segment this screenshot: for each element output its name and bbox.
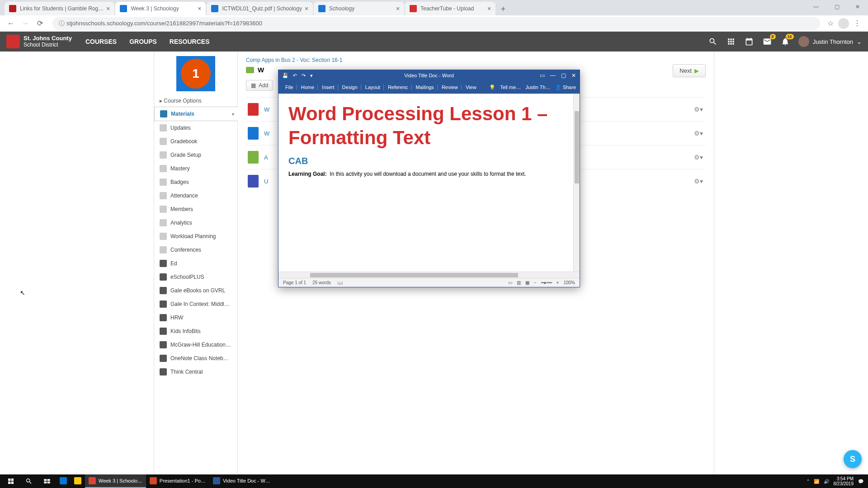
minimize-icon[interactable]: ― bbox=[550, 72, 556, 79]
add-materials-button[interactable]: ▦ Add bbox=[246, 80, 273, 91]
reload-button[interactable]: ⟳ bbox=[33, 17, 46, 30]
sidebar-item-gradebook[interactable]: Gradebook bbox=[154, 135, 237, 148]
sidebar-item-hrw[interactable]: HRW bbox=[154, 311, 237, 324]
volume-icon[interactable]: 🔊 bbox=[824, 479, 829, 484]
zoom-slider[interactable]: ━●━━ bbox=[541, 280, 552, 285]
next-button[interactable]: Next ▶ bbox=[673, 64, 706, 77]
taskbar-clock[interactable]: 3:54 PM 8/23/2019 bbox=[834, 476, 854, 486]
mail-icon[interactable]: 8 bbox=[762, 37, 772, 47]
sidebar-item-gradesetup[interactable]: Grade Setup bbox=[154, 148, 237, 162]
apps-icon[interactable] bbox=[726, 37, 736, 47]
forward-button[interactable]: → bbox=[19, 17, 32, 30]
browser-tab[interactable]: Links for Students | Gamble Rog… × bbox=[5, 2, 114, 15]
ribbon-tab-file[interactable]: File bbox=[282, 84, 297, 90]
nav-resources[interactable]: RESOURCES bbox=[170, 38, 210, 45]
sidebar-item-gale-ebooks[interactable]: Gale eBooks on GVRL bbox=[154, 284, 237, 297]
back-button[interactable]: ← bbox=[5, 17, 17, 30]
sidebar-item-updates[interactable]: Updates bbox=[154, 121, 237, 135]
zoom-out-icon[interactable]: − bbox=[534, 280, 537, 285]
taskbar-app-explorer[interactable] bbox=[71, 474, 85, 488]
calendar-icon[interactable] bbox=[744, 37, 754, 47]
word-user[interactable]: Justin Th… bbox=[525, 84, 550, 90]
web-layout-icon[interactable]: ▦ bbox=[525, 280, 529, 285]
close-icon[interactable]: × bbox=[305, 5, 308, 12]
close-icon[interactable]: × bbox=[396, 5, 400, 12]
ribbon-tab-design[interactable]: Design bbox=[339, 84, 361, 90]
taskbar-app-powerpoint[interactable]: Presentation1 - Po… bbox=[146, 474, 209, 488]
sidebar-item-kids-infobits[interactable]: Kids InfoBits bbox=[154, 324, 237, 338]
chrome-menu-icon[interactable]: ⋮ bbox=[854, 19, 861, 28]
gear-icon[interactable]: ⚙▾ bbox=[694, 106, 703, 113]
browser-tab[interactable]: TeacherTube - Upload × bbox=[405, 2, 495, 15]
profile-button[interactable] bbox=[838, 18, 849, 29]
sidebar-item-ed[interactable]: Ed bbox=[154, 257, 237, 270]
ribbon-tab-review[interactable]: Review bbox=[439, 84, 462, 90]
support-chat-button[interactable]: S bbox=[844, 450, 862, 468]
gear-icon[interactable]: ⚙▾ bbox=[694, 154, 703, 161]
browser-tab[interactable]: Schoology × bbox=[314, 2, 404, 15]
sidebar-item-mastery[interactable]: Mastery bbox=[154, 162, 237, 175]
word-document-area[interactable]: Word Processing Lesson 1 – Formatting Te… bbox=[278, 94, 580, 272]
sidebar-item-badges[interactable]: Badges bbox=[154, 175, 237, 189]
ribbon-display-icon[interactable]: ▭ bbox=[540, 72, 545, 79]
browser-tab[interactable]: Week 3 | Schoology × bbox=[115, 2, 206, 15]
close-icon[interactable]: × bbox=[198, 5, 201, 12]
sidebar-item-attendance[interactable]: Attendance bbox=[154, 189, 237, 202]
ribbon-tab-home[interactable]: Home bbox=[298, 84, 318, 90]
gear-icon[interactable]: ⚙▾ bbox=[694, 130, 703, 137]
taskbar-app-edge[interactable] bbox=[56, 474, 71, 488]
word-titlebar[interactable]: 💾 ↶ ↷ ▾ Video Title Doc - Word ▭ ― ▢ ✕ bbox=[278, 70, 580, 81]
sidebar-item-members[interactable]: Members bbox=[154, 202, 237, 216]
taskbar-app-chrome[interactable]: Week 3 | Schoolo… bbox=[85, 474, 146, 488]
sidebar-item-onenote[interactable]: OneNote Class Noteb… bbox=[154, 352, 237, 365]
sidebar-item-workload[interactable]: Workload Planning bbox=[154, 230, 237, 243]
browser-tab[interactable]: ICTWDL01_Quiz.pdf | Schoology × bbox=[207, 2, 313, 15]
breadcrumb[interactable]: Comp Apps in Bus 2 - Voc: Section 16-1 bbox=[246, 57, 706, 63]
sidebar-item-materials[interactable]: Materials bbox=[154, 107, 238, 121]
gear-icon[interactable]: ⚙▾ bbox=[694, 178, 703, 185]
sidebar-item-eschoolplus[interactable]: eSchoolPLUS bbox=[154, 270, 237, 284]
course-options[interactable]: ▸ Course Options bbox=[154, 95, 237, 107]
tray-expand-icon[interactable]: ˄ bbox=[807, 479, 809, 484]
district-logo[interactable]: St. Johns County School District bbox=[6, 35, 72, 48]
redo-icon[interactable]: ↷ bbox=[302, 73, 306, 79]
address-bar[interactable]: ⓘ stjohnsschools.schoology.com/course/21… bbox=[52, 17, 820, 30]
course-badge[interactable]: 1 bbox=[176, 56, 215, 91]
ribbon-tab-mailings[interactable]: Mailings bbox=[413, 84, 438, 90]
share-button[interactable]: 👤 Share bbox=[555, 84, 576, 90]
task-view-button[interactable] bbox=[38, 474, 56, 488]
bookmark-icon[interactable]: ☆ bbox=[827, 19, 834, 28]
wifi-icon[interactable]: 📶 bbox=[814, 479, 819, 484]
taskbar-app-word[interactable]: Video Title Doc - W… bbox=[209, 474, 274, 488]
spellcheck-icon[interactable]: 📖 bbox=[337, 280, 343, 285]
new-tab-button[interactable]: + bbox=[496, 3, 510, 15]
sidebar-item-gale-context[interactable]: Gale In Context: Middl… bbox=[154, 297, 237, 311]
read-mode-icon[interactable]: ▭ bbox=[508, 280, 512, 285]
zoom-level[interactable]: 100% bbox=[563, 280, 575, 285]
horizontal-scrollbar[interactable] bbox=[278, 272, 580, 278]
bell-icon[interactable]: 16 bbox=[780, 37, 790, 47]
zoom-in-icon[interactable]: + bbox=[557, 280, 559, 285]
word-count[interactable]: 25 words bbox=[312, 280, 331, 285]
close-icon[interactable]: × bbox=[487, 5, 491, 12]
user-menu[interactable]: Justin Thornton ⌄ bbox=[798, 36, 862, 47]
sidebar-item-analytics[interactable]: Analytics bbox=[154, 216, 237, 230]
tell-me[interactable]: Tell me… bbox=[500, 84, 521, 90]
ribbon-tab-layout[interactable]: Layout bbox=[362, 84, 384, 90]
close-icon[interactable]: ✕ bbox=[571, 72, 576, 79]
sidebar-item-thinkcentral[interactable]: Think Central bbox=[154, 365, 237, 379]
close-icon[interactable]: × bbox=[106, 5, 110, 12]
maximize-icon[interactable]: ▢ bbox=[561, 72, 566, 79]
sidebar-item-mcgraw[interactable]: McGraw-Hill Education… bbox=[154, 338, 237, 352]
start-button[interactable] bbox=[2, 474, 20, 488]
search-button[interactable] bbox=[20, 474, 38, 488]
search-icon[interactable] bbox=[708, 37, 718, 47]
ribbon-tab-insert[interactable]: Insert bbox=[319, 84, 338, 90]
nav-courses[interactable]: COURSES bbox=[85, 38, 117, 45]
sidebar-item-conferences[interactable]: Conferences bbox=[154, 243, 237, 257]
close-button[interactable]: ✕ bbox=[847, 0, 868, 14]
minimize-button[interactable]: ― bbox=[806, 0, 826, 14]
page-info[interactable]: Page 1 of 1 bbox=[283, 280, 306, 285]
qat-customize-icon[interactable]: ▾ bbox=[310, 73, 313, 79]
nav-groups[interactable]: GROUPS bbox=[129, 38, 157, 45]
